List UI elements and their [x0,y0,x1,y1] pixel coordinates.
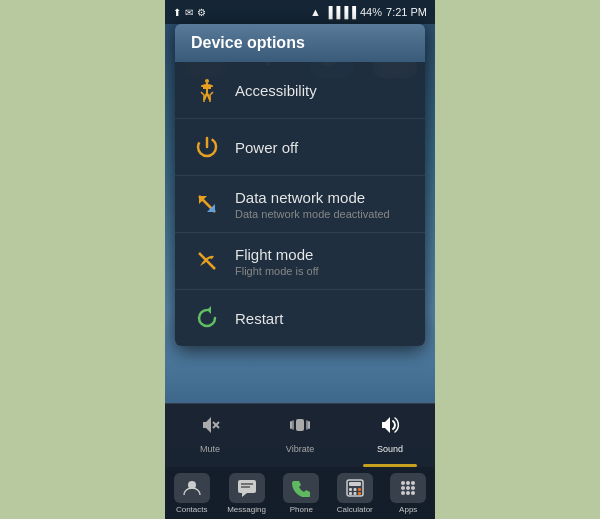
battery-percent: 44% [360,6,382,18]
flight-mode-text: Flight mode Flight mode is off [235,246,319,277]
accessibility-label: Accessibility [235,82,317,99]
device-options-body: Accessibility Power off [175,62,425,346]
svg-point-38 [406,481,410,485]
svg-point-40 [401,486,405,490]
flight-mode-icon [191,245,223,277]
flight-mode-sublabel: Flight mode is off [235,265,319,277]
svg-point-45 [411,491,415,495]
svg-rect-36 [358,492,361,495]
dock-messaging[interactable]: Messaging [227,473,266,514]
flight-mode-label: Flight mode [235,246,319,263]
svg-rect-35 [353,492,356,495]
clock: 7:21 PM [386,6,427,18]
messaging-label: Messaging [227,505,266,514]
data-network-label: Data network mode [235,189,390,206]
signal-icon: ▐▐▐▐ [325,6,356,18]
svg-rect-34 [349,492,352,495]
menu-item-flight-mode[interactable]: Flight mode Flight mode is off [175,233,425,290]
messaging-icon [229,473,265,503]
restart-label: Restart [235,310,283,327]
dock-calculator[interactable]: Calculator [337,473,373,514]
menu-item-power-off[interactable]: Power off [175,119,425,176]
calculator-label: Calculator [337,505,373,514]
svg-rect-19 [296,419,304,431]
svg-point-43 [401,491,405,495]
mute-label: Mute [200,444,220,454]
svg-line-15 [199,253,215,269]
restart-text: Restart [235,310,283,327]
data-network-icon [191,188,223,220]
svg-line-9 [207,93,210,100]
dock-apps[interactable]: Apps [390,473,426,514]
accessibility-icon [191,74,223,106]
restart-icon [191,302,223,334]
svg-point-44 [406,491,410,495]
apps-icon [390,473,426,503]
sound-icon [379,414,401,441]
tab-mute[interactable]: Mute [165,404,255,467]
svg-rect-30 [349,482,361,486]
device-options-menu: Device options Accessibil [175,24,425,346]
bottom-tab-bar: Mute Vibrate Sou [165,403,435,467]
bottom-dock: Contacts Messaging Phone [165,467,435,519]
dock-contacts[interactable]: Contacts [174,473,210,514]
wifi-icon: ▲ [310,6,321,18]
tab-vibrate[interactable]: Vibrate [255,404,345,467]
mute-icon [199,414,221,441]
calculator-icon [337,473,373,503]
contacts-label: Contacts [176,505,208,514]
data-network-sublabel: Data network mode deactivated [235,208,390,220]
svg-marker-26 [242,493,247,497]
vibrate-icon [289,414,311,441]
power-off-icon [191,131,223,163]
status-bar: ⬆ ✉ ⚙ ▲ ▐▐▐▐ 44% 7:21 PM [165,0,435,24]
settings-icon: ⚙ [197,7,206,18]
tab-sound[interactable]: Sound [345,404,435,467]
power-off-text: Power off [235,139,298,156]
svg-point-39 [411,481,415,485]
svg-rect-31 [349,488,352,491]
status-right: ▲ ▐▐▐▐ 44% 7:21 PM [310,6,427,18]
device-options-title: Device options [191,34,305,51]
svg-rect-33 [358,488,361,491]
usb-icon: ⬆ [173,7,181,18]
status-left: ⬆ ✉ ⚙ [173,7,206,18]
contacts-icon [174,473,210,503]
svg-marker-16 [207,306,211,314]
svg-rect-32 [353,488,356,491]
accessibility-text: Accessibility [235,82,317,99]
svg-point-42 [411,486,415,490]
device-options-header: Device options [175,24,425,62]
vibrate-label: Vibrate [286,444,314,454]
apps-label: Apps [399,505,417,514]
msg-icon: ✉ [185,7,193,18]
svg-point-41 [406,486,410,490]
menu-item-data-network[interactable]: Data network mode Data network mode deac… [175,176,425,233]
menu-item-restart[interactable]: Restart [175,290,425,346]
sound-label: Sound [377,444,403,454]
phone-label: Phone [290,505,313,514]
svg-point-37 [401,481,405,485]
phone-icon [283,473,319,503]
phone-container: ⬆ ✉ ⚙ ▲ ▐▐▐▐ 44% 7:21 PM f [165,0,435,519]
data-network-text: Data network mode Data network mode deac… [235,189,390,220]
dock-phone[interactable]: Phone [283,473,319,514]
menu-item-accessibility[interactable]: Accessibility [175,62,425,119]
svg-point-5 [205,79,209,83]
power-off-label: Power off [235,139,298,156]
